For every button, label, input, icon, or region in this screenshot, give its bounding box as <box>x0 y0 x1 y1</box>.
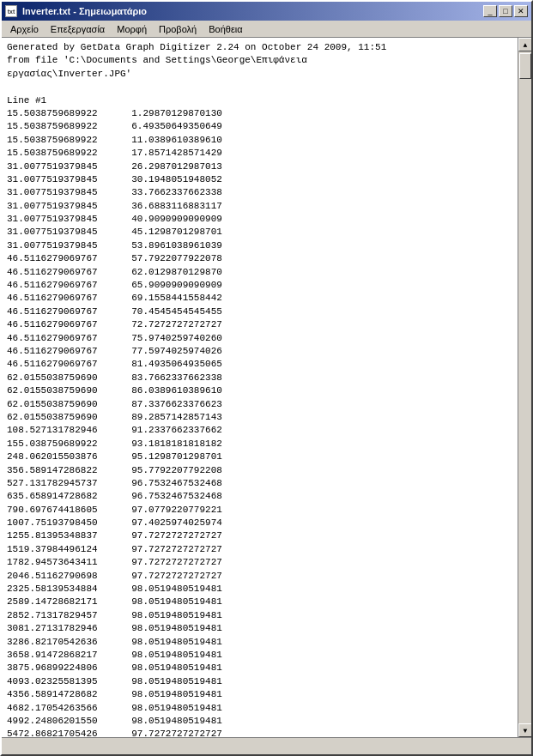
title-bar: txt Inverter.txt - Σημειωματάριο _ □ ✕ <box>2 2 531 21</box>
scroll-track[interactable] <box>518 51 531 723</box>
text-editor[interactable]: Generated by GetData Graph Digitizer 2.2… <box>2 38 518 737</box>
menu-item------------[interactable]: Επεξεργασία <box>45 22 110 36</box>
status-bar <box>2 737 531 754</box>
menu-item------[interactable]: Μορφή <box>112 22 152 36</box>
title-bar-content: txt Inverter.txt - Σημειωματάριο <box>5 5 147 17</box>
window-icon: txt <box>5 5 17 17</box>
vertical-scrollbar[interactable]: ▲ ▼ <box>518 38 531 737</box>
window-title: Inverter.txt - Σημειωματάριο <box>22 6 147 16</box>
close-button[interactable]: ✕ <box>514 5 528 17</box>
minimize-button[interactable]: _ <box>483 5 497 17</box>
menu-item--------[interactable]: Προβολή <box>154 22 202 36</box>
menu-item--------[interactable]: Βοήθεια <box>203 22 247 36</box>
main-window: txt Inverter.txt - Σημειωματάριο _ □ ✕ Α… <box>0 0 533 756</box>
menu-bar: ΑρχείοΕπεξεργασίαΜορφήΠροβολήΒοήθεια <box>2 21 531 38</box>
scroll-up-button[interactable]: ▲ <box>518 38 531 51</box>
content-area: Generated by GetData Graph Digitizer 2.2… <box>2 38 531 737</box>
maximize-button[interactable]: □ <box>499 5 512 17</box>
scroll-thumb[interactable] <box>519 53 531 79</box>
menu-item-------[interactable]: Αρχείο <box>5 22 44 36</box>
window-controls: _ □ ✕ <box>483 5 528 17</box>
scroll-down-button[interactable]: ▼ <box>518 723 531 737</box>
